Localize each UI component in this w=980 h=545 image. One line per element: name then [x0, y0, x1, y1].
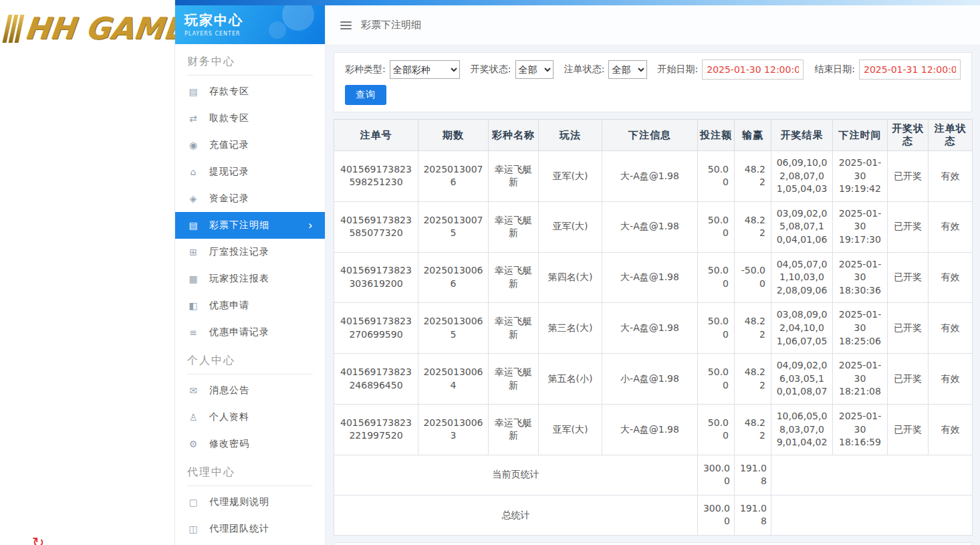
table-cell: 50.00: [698, 303, 735, 354]
column-header: 输赢: [735, 120, 771, 151]
sidebar-item[interactable]: ▢代理规则说明: [175, 489, 325, 516]
sidebar-item-label: 修改密码: [209, 438, 249, 450]
table-row: 40156917382330361920020250130066幸运飞艇新第四名…: [334, 252, 973, 303]
sidebar-item[interactable]: ✉消息公告: [175, 377, 325, 404]
withdrawal-record-icon: ⌂: [187, 167, 199, 177]
pagination-bar: 每页显示20条 共6条 首页 上一页 1 下一页 第 页 跳转: [334, 542, 972, 545]
column-header: 开奖状态: [888, 120, 929, 151]
bet-table-card: 注单号期数彩种名称玩法下注信息投注额输赢开奖结果下注时间开奖状态注单状态 401…: [334, 119, 972, 536]
sidebar-item[interactable]: ⊞厅室投注记录: [175, 239, 325, 265]
summary-winloss-total: 191.08: [735, 495, 771, 535]
page-header: 彩票下注明细: [326, 5, 980, 45]
sidebar-title: 玩家中心: [185, 11, 316, 29]
sidebar-item[interactable]: ▤存款专区: [175, 78, 325, 105]
table-cell: 20250130066: [418, 252, 489, 303]
sidebar-item[interactable]: ≡优惠申请记录: [175, 319, 325, 346]
summary-label: 当前页统计: [334, 455, 698, 495]
table-cell: 已开奖: [888, 404, 929, 455]
table-cell: 06,09,10,02,08,07,01,05,04,03: [771, 151, 833, 202]
chevron-right-icon: ›: [308, 219, 313, 231]
table-cell: 第三名(大): [539, 303, 602, 354]
summary-empty: [771, 495, 973, 535]
refresh-float-icon[interactable]: ↻: [32, 534, 44, 545]
table-cell: 已开奖: [888, 354, 929, 405]
table-cell: 401569173823221997520: [334, 404, 418, 455]
column-header: 玩法: [539, 120, 602, 151]
player-bet-report-icon: ▦: [187, 274, 199, 284]
withdraw-icon: ⇄: [187, 113, 199, 124]
end-date-input[interactable]: [859, 60, 961, 80]
table-cell: 已开奖: [888, 151, 929, 202]
sidebar: 玩家中心 PLAYERS CENTER 财务中心▤存款专区⇄取款专区◉充值记录⌂…: [175, 5, 326, 545]
start-date-input[interactable]: [702, 60, 804, 80]
table-cell: 48.22: [735, 354, 771, 405]
recharge-record-icon: ◉: [187, 140, 199, 150]
table-cell: -50.00: [735, 252, 771, 303]
sidebar-item-label: 优惠申请记录: [209, 326, 269, 338]
table-cell: 20250130063: [418, 404, 489, 455]
sidebar-item[interactable]: ◈资金记录: [175, 185, 325, 212]
table-cell: 20250130065: [418, 303, 489, 354]
filter-panel: 彩种类型: 全部彩种 开奖状态: 全部 注单状态: 全部: [334, 52, 972, 112]
sidebar-item[interactable]: ⌂提现记录: [175, 158, 325, 185]
search-button[interactable]: 查询: [345, 85, 386, 105]
table-cell: 50.00: [698, 252, 735, 303]
table-cell: 有效: [929, 151, 973, 202]
table-header-row: 注单号期数彩种名称玩法下注信息投注额输赢开奖结果下注时间开奖状态注单状态: [334, 120, 973, 151]
funds-record-icon: ◈: [187, 193, 199, 204]
sidebar-item[interactable]: ▦玩家投注报表: [175, 265, 325, 292]
sidebar-item-label: 消息公告: [209, 385, 249, 397]
table-cell: 大-A盘@1.98: [602, 201, 698, 252]
table-cell: 有效: [929, 303, 973, 354]
sidebar-header: 玩家中心 PLAYERS CENTER: [175, 5, 325, 44]
table-cell: 03,09,02,05,08,07,10,04,01,06: [771, 201, 833, 252]
table-cell: 50.00: [698, 354, 735, 405]
sidebar-item[interactable]: ♙个人资料: [175, 404, 325, 431]
sidebar-item-label: 玩家投注报表: [209, 273, 269, 285]
sidebar-item[interactable]: ⇄取款专区: [175, 105, 325, 132]
draw-status-select[interactable]: 全部: [515, 60, 554, 79]
table-row: 40156917382327069959020250130065幸运飞艇新第三名…: [334, 303, 973, 354]
table-cell: 幸运飞艇新: [489, 151, 539, 202]
table-cell: 401569173823598251230: [334, 151, 418, 202]
table-cell: 有效: [929, 201, 973, 252]
lottery-type-select[interactable]: 全部彩种: [390, 60, 460, 79]
sidebar-item[interactable]: ⚙修改密码: [175, 431, 325, 457]
table-cell: 大-A盘@1.98: [602, 404, 698, 455]
table-cell: 401569173823246896450: [334, 354, 418, 405]
sidebar-item[interactable]: ◫代理团队统计: [175, 516, 325, 542]
table-cell: 幸运飞艇新: [489, 354, 539, 405]
page-body: 彩种类型: 全部彩种 开奖状态: 全部 注单状态: 全部: [326, 45, 980, 545]
table-cell: 2025-01-30 18:30:36: [833, 252, 888, 303]
table-row: 40156917382324689645020250130064幸运飞艇新第五名…: [334, 354, 973, 405]
hall-bet-record-icon: ⊞: [187, 247, 199, 257]
filter-row: 彩种类型: 全部彩种 开奖状态: 全部 注单状态: 全部: [345, 60, 961, 80]
sidebar-item-label: 厅室投注记录: [209, 246, 269, 258]
table-cell: 50.00: [698, 151, 735, 202]
sidebar-item[interactable]: ▤彩票下注明细›: [175, 212, 325, 239]
table-cell: 幸运飞艇新: [489, 252, 539, 303]
sidebar-item[interactable]: ◧优惠申请: [175, 292, 325, 319]
sidebar-item[interactable]: ◉充值记录: [175, 132, 325, 158]
table-cell: 2025-01-30 18:25:06: [833, 303, 888, 354]
table-cell: 401569173823585077320: [334, 201, 418, 252]
table-cell: 有效: [929, 354, 973, 405]
announcement-icon: ✉: [187, 385, 199, 396]
main-content: 彩票下注明细 彩种类型: 全部彩种 开奖状态: 全部: [326, 5, 980, 545]
menu-toggle-icon[interactable]: [340, 21, 352, 29]
sidebar-item-label: 彩票下注明细: [209, 219, 269, 231]
table-cell: 大-A盘@1.98: [602, 252, 698, 303]
brand-logo-text: HH GAME: [23, 11, 186, 46]
order-status-select[interactable]: 全部: [608, 60, 646, 79]
table-cell: 亚军(大): [539, 151, 602, 202]
sidebar-section-title: 个人中心: [187, 354, 313, 374]
app-window: HH GAME ↻ 玩家中心 PLAYERS CENTER 财务中心▤存款专区⇄…: [0, 0, 980, 545]
agent-team-stats-icon: ◫: [187, 524, 199, 534]
sidebar-item-label: 代理团队统计: [209, 523, 269, 535]
table-cell: 03,08,09,02,04,10,01,06,07,05: [771, 303, 833, 354]
sidebar-section-title: 财务中心: [187, 55, 313, 76]
sidebar-item-label: 充值记录: [209, 139, 249, 151]
table-cell: 已开奖: [888, 303, 929, 354]
summary-label: 总统计: [334, 495, 698, 535]
sidebar-item-label: 存款专区: [209, 86, 249, 98]
